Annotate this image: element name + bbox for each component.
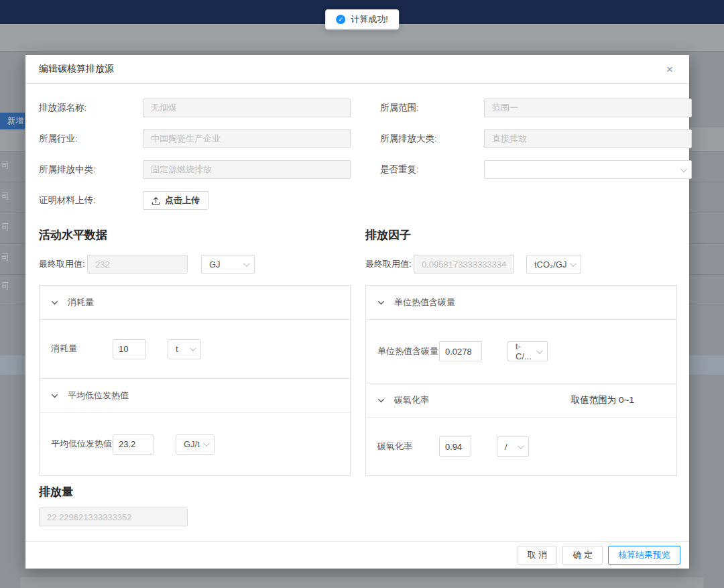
factor-collapse: 单位热值含碳量 单位热值含碳量 t-C/...	[365, 285, 677, 476]
scope-input	[484, 99, 692, 117]
chevron-down-icon	[680, 166, 687, 172]
upload-icon	[152, 196, 160, 205]
carbon-content-panel-title: 单位热值含碳量	[394, 296, 455, 308]
background-row-text: 司	[1, 280, 11, 292]
check-circle-icon: ✓	[336, 15, 345, 24]
oxidation-rate-unit-value: /	[505, 442, 507, 452]
emission-result-input	[39, 508, 188, 526]
consumption-unit-select[interactable]: t	[168, 339, 201, 359]
consumption-label: 消耗量	[51, 342, 113, 355]
background-row-text: 司	[1, 190, 11, 202]
chevron-down-icon	[536, 347, 543, 354]
heating-value-unit-value: GJ/t	[184, 439, 200, 449]
modal-footer: 取 消 确 定 核算结果预览	[25, 541, 689, 569]
carbon-content-unit-value: t-C/...	[516, 341, 536, 361]
modal-title: 编辑碳核算排放源	[39, 63, 114, 75]
carbon-content-input[interactable]	[439, 341, 482, 361]
chevron-down-icon	[518, 443, 524, 449]
cancel-button[interactable]: 取 消	[518, 546, 558, 565]
background-bottom-panel	[20, 577, 704, 588]
chevron-down-icon	[243, 260, 250, 267]
field-source-name: 排放源名称:	[39, 99, 365, 117]
carbon-content-unit-select[interactable]: t-C/...	[507, 341, 548, 361]
chevron-down-icon	[190, 345, 196, 351]
factor-final-label: 最终取用值:	[365, 258, 414, 270]
oxidation-rate-label: 碳氧化率	[377, 440, 439, 453]
activity-unit-value: GJ	[209, 259, 221, 270]
background-row-text: 司	[1, 221, 11, 233]
upload-button-label: 点击上传	[165, 194, 200, 207]
emission-mid-input	[143, 160, 351, 179]
emission-mid-label: 所属排放中类:	[39, 164, 143, 176]
industry-input	[143, 129, 351, 148]
consumption-panel-title: 消耗量	[68, 296, 94, 308]
consumption-panel-body: 消耗量 t	[40, 320, 350, 379]
chevron-down-icon	[570, 260, 577, 267]
emission-major-label: 所属排放大类:	[380, 133, 484, 145]
success-toast: ✓ 计算成功!	[325, 9, 399, 30]
modal-body: 排放源名称: 所属范围: 所属行业: 所属排放大类:	[25, 84, 689, 526]
activity-final-input	[87, 255, 188, 274]
confirm-button[interactable]: 确 定	[562, 546, 603, 565]
activity-collapse: 消耗量 消耗量 t 平均低位发热值	[39, 285, 351, 476]
industry-label: 所属行业:	[39, 133, 143, 145]
heating-value-input[interactable]	[113, 434, 154, 455]
upload-button[interactable]: 点击上传	[143, 191, 208, 210]
chevron-down-icon	[51, 299, 58, 306]
field-industry: 所属行业:	[39, 129, 365, 148]
scope-label: 所属范围:	[380, 102, 484, 114]
emission-major-input	[484, 129, 692, 148]
factor-final-row: 最终取用值: tCO₂/GJ	[365, 255, 676, 274]
is-duplicate-select[interactable]	[484, 160, 692, 179]
field-upload: 证明材料上传: 点击上传	[39, 191, 365, 210]
background-row-text: 司	[1, 251, 11, 263]
field-is-duplicate: 是否重复:	[365, 160, 692, 179]
background-row-text: 司	[1, 160, 11, 171]
upload-label: 证明材料上传:	[39, 194, 143, 207]
toast-message: 计算成功!	[351, 13, 388, 25]
oxidation-rate-panel-title: 碳氧化率	[394, 394, 429, 406]
heating-value-panel-body: 平均低位发热值 GJ/t	[40, 413, 350, 475]
source-name-label: 排放源名称:	[39, 102, 143, 114]
consumption-unit-value: t	[176, 344, 178, 354]
emission-section-title: 排放量	[39, 484, 676, 499]
factor-unit-value: tCO₂/GJ	[534, 259, 566, 270]
factor-final-input	[414, 255, 514, 274]
oxidation-rate-panel-header[interactable]: 碳氧化率 取值范围为 0~1	[366, 384, 676, 418]
oxidation-rate-hint: 取值范围为 0~1	[571, 394, 634, 406]
carbon-content-label: 单位热值含碳量	[377, 345, 439, 358]
heating-value-panel-header[interactable]: 平均低位发热值	[40, 379, 350, 413]
result-preview-button[interactable]: 核算结果预览	[608, 546, 680, 565]
chevron-down-icon	[377, 299, 385, 306]
source-name-input	[143, 99, 351, 117]
heating-value-panel-title: 平均低位发热值	[68, 390, 129, 402]
factor-unit-select[interactable]: tCO₂/GJ	[526, 255, 581, 274]
oxidation-rate-unit-select[interactable]: /	[497, 436, 529, 457]
consumption-input[interactable]	[113, 339, 146, 359]
field-scope: 所属范围:	[365, 99, 692, 117]
heating-value-label: 平均低位发热值	[51, 437, 113, 451]
activity-final-label: 最终取用值:	[39, 258, 87, 270]
oxidation-rate-input[interactable]	[439, 436, 471, 457]
chevron-down-icon	[203, 440, 210, 447]
field-emission-mid: 所属排放中类:	[39, 160, 365, 179]
oxidation-rate-panel-body: 碳氧化率 /	[366, 418, 676, 475]
chevron-down-icon	[377, 397, 385, 404]
carbon-content-panel-header[interactable]: 单位热值含碳量	[366, 286, 676, 320]
heating-value-unit-select[interactable]: GJ/t	[176, 434, 215, 455]
edit-emission-source-modal: 编辑碳核算排放源 × 排放源名称: 所属范围: 所属行业:	[25, 55, 689, 569]
modal-header: 编辑碳核算排放源 ×	[25, 55, 689, 84]
consumption-panel-header[interactable]: 消耗量	[40, 286, 350, 320]
chevron-down-icon	[51, 392, 58, 400]
field-emission-major: 所属排放大类:	[365, 129, 692, 148]
activity-final-row: 最终取用值: GJ	[39, 255, 365, 274]
activity-unit-select[interactable]: GJ	[201, 255, 255, 274]
activity-section-title: 活动水平数据	[39, 227, 365, 243]
background-add-button: 新增	[0, 113, 25, 129]
factor-section-title: 排放因子	[365, 227, 676, 243]
screen: 新增 司 司 司 司 司 ✓ 计算成功! 编辑碳核算排放源 × 排放源名称: 所…	[0, 0, 724, 588]
is-duplicate-label: 是否重复:	[380, 164, 484, 176]
close-icon[interactable]: ×	[664, 61, 676, 78]
carbon-content-panel-body: 单位热值含碳量 t-C/...	[366, 320, 676, 384]
